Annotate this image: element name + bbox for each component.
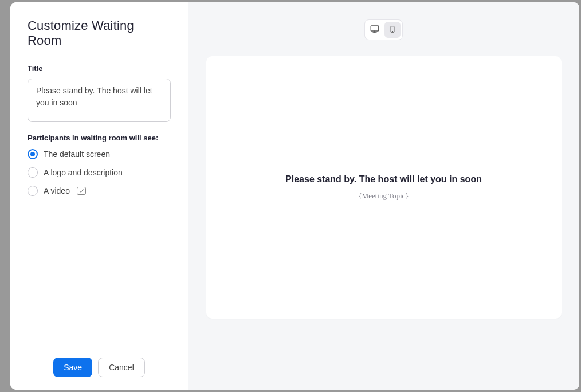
option-logo-description[interactable]: A logo and description — [28, 167, 171, 178]
radio-label-default-screen: The default screen — [44, 150, 110, 159]
desktop-preview-button[interactable] — [367, 22, 383, 38]
option-video[interactable]: A video — [28, 186, 171, 196]
screen-type-radio-group: The default screen A logo and descriptio… — [28, 149, 171, 196]
save-button[interactable]: Save — [53, 358, 92, 377]
device-toggle — [364, 19, 403, 40]
action-buttons: Save Cancel — [28, 358, 171, 377]
radio-video[interactable] — [28, 186, 38, 196]
preview-meeting-topic: {Meeting Topic} — [358, 191, 409, 201]
video-badge-icon — [77, 187, 86, 195]
radio-label-video: A video — [44, 186, 70, 195]
preview-panel: Please stand by. The host will let you i… — [188, 2, 579, 390]
modal-title: Customize Waiting Room — [28, 18, 171, 48]
radio-logo-description[interactable] — [28, 167, 38, 178]
waiting-room-preview: Please stand by. The host will let you i… — [206, 56, 562, 319]
desktop-icon — [370, 24, 380, 36]
settings-panel: Customize Waiting Room Title Participant… — [10, 2, 188, 390]
radio-label-logo-description: A logo and description — [44, 168, 123, 177]
svg-rect-0 — [371, 26, 379, 31]
title-input[interactable] — [28, 79, 171, 122]
radio-default-screen[interactable] — [28, 149, 38, 159]
participants-see-label: Participants in waiting room will see: — [28, 134, 171, 142]
title-field-label: Title — [28, 64, 171, 73]
mobile-preview-button[interactable] — [384, 22, 401, 38]
cancel-button[interactable]: Cancel — [98, 358, 145, 377]
option-default-screen[interactable]: The default screen — [28, 149, 171, 159]
preview-title-text: Please stand by. The host will let you i… — [285, 174, 482, 185]
customize-waiting-room-modal: Customize Waiting Room Title Participant… — [10, 2, 579, 390]
mobile-icon — [388, 24, 397, 36]
